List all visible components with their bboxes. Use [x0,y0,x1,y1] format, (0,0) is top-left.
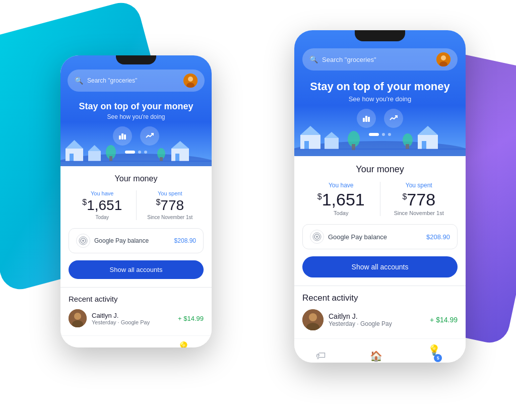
dot-r3 [388,133,391,136]
header-left: 🔍 Search "groceries" Stay on top of your… [60,55,212,166]
nav-home-right[interactable]: 🏠 [370,350,382,362]
home-icon-left: 🏠 [126,347,139,347]
chart-icon-btn-left[interactable] [113,126,132,146]
nav-insights-left[interactable]: 💡 5 Insights [176,341,193,347]
svg-rect-3 [119,135,121,139]
svg-rect-29 [363,118,365,122]
icon-buttons-left [60,126,212,146]
balance-left-section-r: Google Pay balance [310,230,387,244]
tag-icon-right: 🏷 [316,350,326,362]
activity-avatar-left [69,309,87,327]
svg-rect-31 [368,117,370,122]
show-accounts-btn-left[interactable]: Show all accounts [69,260,204,279]
svg-rect-30 [365,116,367,122]
dots-right [294,133,466,140]
svg-point-1 [188,77,193,82]
notch-left [116,55,156,64]
you-spent-amount-r: $778 [380,191,458,208]
svg-rect-35 [304,141,309,149]
dot-3 [144,151,147,154]
show-accounts-btn-right[interactable]: Show all accounts [302,256,458,277]
search-bar-right[interactable]: 🔍 Search "groceries" [302,48,458,71]
dot-r2 [382,133,385,136]
you-have-sub: Today [69,215,136,220]
money-grid-left: You have $1,651 Today You spent $778 Sin… [69,190,204,220]
insights-icon-left: 💡 [177,341,190,347]
divider-right [294,286,466,286]
bottom-nav-left: 🏷 🏠 💡 5 Insights [60,335,212,347]
activity-amount-left: + $14.99 [178,315,204,322]
dollar-sign-spent: $ [156,198,160,206]
phone-left: 🔍 Search "groceries" Stay on top of your… [60,55,212,347]
insights-badge-right: 5 [434,354,442,362]
money-grid-right: You have $1,651 Today You spent $778 Sin… [302,182,458,216]
dollar-sign-have-r: $ [317,192,322,201]
dollar-sign-have: $ [82,198,87,206]
balance-label-left: Google Pay balance [94,237,149,244]
trend-icon-btn-right[interactable] [384,109,403,128]
activity-title-left: Recent activity [69,295,204,303]
you-have-label: You have [69,190,136,196]
svg-point-27 [441,55,446,60]
you-have-amount-r: $1,651 [302,191,380,208]
trend-icon-btn-left[interactable] [140,126,159,146]
section-title-left: Your money [69,174,204,183]
search-bar-left[interactable]: 🔍 Search "groceries" [68,69,205,92]
you-spent-label-r: You spent [380,182,458,189]
divider-left [60,287,212,288]
balance-row-left: Google Pay balance $208.90 [69,228,204,253]
phone-right: 🔍 Search "groceries" Stay on top of your… [294,30,466,363]
svg-point-22 [82,240,84,242]
you-spent-label: You spent [137,190,204,196]
nav-home-left[interactable]: 🏠 [126,347,139,347]
hero-text-left: Stay on top of your money See how you're… [60,97,212,120]
svg-point-48 [316,236,318,238]
nav-tag-right[interactable]: 🏷 [316,350,326,362]
hero-subtitle-left: See how you're doing [71,113,202,120]
svg-rect-5 [124,134,126,139]
nav-tag-left[interactable]: 🏷 [79,347,89,347]
you-have-amount: $1,651 [69,198,136,213]
activity-row-left: Caitlyn J. Yesterday · Google Pay + $14.… [69,309,204,327]
gpay-icon-right [310,230,324,244]
money-spent-col-r: You spent $778 Since November 1st [380,182,458,216]
balance-amount-right: $208.90 [426,233,450,241]
you-spent-sub-r: Since November 1st [380,210,458,216]
gpay-icon-left [76,234,90,248]
activity-row-right: Caitlyn J. Yesterday · Google Pay + $14.… [302,309,458,330]
you-have-label-r: You have [302,182,380,189]
dollar-sign-spent-r: $ [402,192,407,201]
money-have-col-r: You have $1,651 Today [302,182,380,216]
search-text-left: Search "groceries" [87,77,179,84]
hero-text-right: Stay on top of your money See how you're… [294,76,466,103]
you-have-sub-r: Today [302,210,380,216]
svg-rect-4 [121,133,123,139]
chart-icon-btn-right[interactable] [357,109,376,128]
svg-point-50 [309,313,317,321]
activity-amount-right: + $14.99 [430,316,458,324]
activity-name-left: Caitlyn J. [92,312,173,319]
avatar-left[interactable] [183,74,198,88]
activity-info-right: Caitlyn J. Yesterday · Google Pay [329,312,425,327]
you-spent-amount: $778 [137,198,204,213]
search-text-right: Search "groceries" [322,56,432,63]
money-have-col: You have $1,651 Today [69,190,137,220]
home-icon-right: 🏠 [370,350,382,362]
search-icon-right: 🔍 [309,55,318,63]
activity-meta-right: Yesterday · Google Pay [329,320,425,327]
bottom-nav-right: 🏷 🏠 💡 5 Insights [294,338,466,363]
svg-point-24 [74,313,81,320]
activity-name-right: Caitlyn J. [329,312,425,320]
icon-buttons-right [294,109,466,128]
balance-left-section: Google Pay balance [76,234,149,248]
phone-body-left: Your money You have $1,651 Today You spe… [60,166,212,335]
balance-amount-left: $208.90 [174,237,196,244]
svg-marker-11 [88,145,101,151]
hero-subtitle-right: See how you're doing [304,95,456,103]
search-icon-left: 🔍 [75,77,83,85]
dot-2 [138,151,141,154]
hero-title-left: Stay on top of your money [71,101,202,112]
svg-rect-44 [406,144,409,149]
nav-insights-right[interactable]: 💡 5 Insights [426,344,443,363]
avatar-right[interactable] [436,52,450,66]
